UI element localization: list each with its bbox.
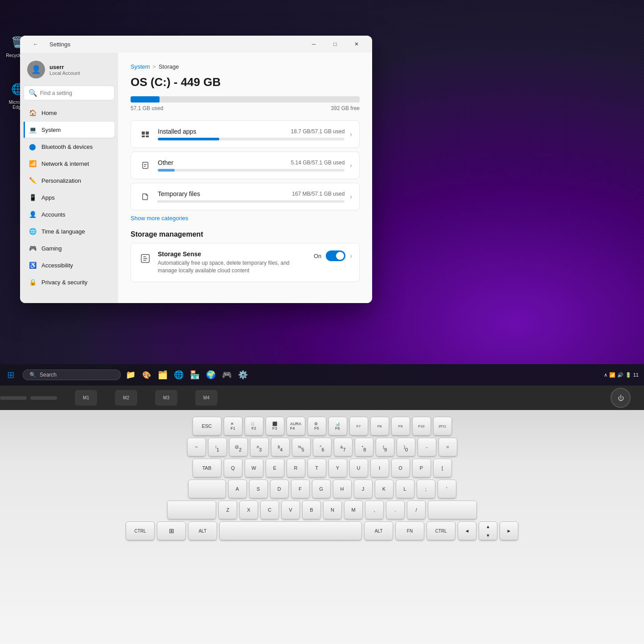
media-key-m1[interactable]: M1 [75, 390, 97, 406]
key-semicolon[interactable]: ; [417, 480, 435, 498]
key-1[interactable]: !1 [208, 438, 227, 456]
key-tilde[interactable]: ~ [187, 438, 206, 456]
storage-item-temp-files[interactable]: Temporary files 167 MB/57.1 GB used › [131, 183, 360, 210]
taskbar-app-folder[interactable]: 🗂️ [156, 368, 170, 382]
key-a[interactable]: A [228, 480, 247, 498]
key-f[interactable]: F [291, 480, 310, 498]
storage-sense-card[interactable]: Storage Sense Automatically free up spac… [131, 243, 360, 282]
key-i[interactable]: I [370, 459, 389, 477]
key-6[interactable]: ^6 [313, 438, 332, 456]
power-button[interactable]: ⏻ [611, 388, 631, 408]
sidebar-item-gaming[interactable]: 🎮 Gaming [24, 240, 115, 256]
key-minus[interactable]: - [418, 438, 436, 456]
key-j[interactable]: J [354, 480, 373, 498]
key-m[interactable]: M [344, 500, 363, 519]
key-slash[interactable]: / [407, 500, 426, 519]
key-win[interactable]: ⊞ [157, 521, 186, 540]
sidebar-item-time[interactable]: 🌐 Time & language [24, 223, 115, 239]
key-l[interactable]: L [396, 480, 414, 498]
key-z[interactable]: Z [218, 500, 237, 519]
key-equals[interactable]: = [439, 438, 457, 456]
key-v[interactable]: V [281, 500, 300, 519]
key-lshift[interactable] [167, 500, 216, 519]
key-down[interactable]: ▼ [486, 531, 490, 540]
key-f2[interactable]: □F2 [245, 417, 263, 435]
key-8[interactable]: *8 [355, 438, 373, 456]
key-4[interactable]: $4 [271, 438, 290, 456]
key-h[interactable]: H [333, 480, 352, 498]
key-f3[interactable]: ⬛F3 [266, 417, 284, 435]
key-w[interactable]: W [245, 459, 263, 477]
sidebar-item-bluetooth[interactable]: ⬤ Bluetooth & devices [24, 139, 115, 155]
key-e[interactable]: E [266, 459, 284, 477]
key-2[interactable]: @2 [229, 438, 248, 456]
key-f5[interactable]: ⚙F5 [308, 417, 326, 435]
taskbar-app-game[interactable]: 🎮 [220, 368, 234, 382]
key-r[interactable]: R [287, 459, 305, 477]
key-7[interactable]: &7 [334, 438, 353, 456]
key-quote[interactable]: ' [438, 480, 456, 498]
key-f6[interactable]: 📊F6 [328, 417, 347, 435]
search-setting-input[interactable] [40, 90, 110, 96]
key-u[interactable]: U [349, 459, 368, 477]
maximize-button[interactable]: □ [325, 37, 345, 51]
media-key-m2[interactable]: M2 [115, 390, 137, 406]
key-b[interactable]: B [302, 500, 321, 519]
taskbar-app-globe[interactable]: 🌍 [204, 368, 218, 382]
key-o[interactable]: O [391, 459, 410, 477]
key-ctrl-right[interactable]: CTRL [427, 521, 455, 540]
sidebar-item-apps[interactable]: 📱 Apps [24, 189, 115, 205]
taskbar-app-files[interactable]: 📁 [123, 368, 138, 382]
taskbar-chevron-icon[interactable]: ∧ [604, 372, 607, 378]
taskbar-app-settings[interactable]: ⚙️ [236, 368, 250, 382]
media-key-m3[interactable]: M3 [155, 390, 177, 406]
sidebar-item-system[interactable]: 💻 System [24, 122, 115, 138]
close-button[interactable]: ✕ [346, 37, 367, 51]
breadcrumb-parent[interactable]: System [131, 63, 150, 70]
search-setting-container[interactable]: 🔍 [24, 86, 115, 100]
key-capslock[interactable] [188, 480, 226, 498]
key-alt-right[interactable]: ALT [364, 521, 393, 540]
key-f1[interactable]: ✕F1 [224, 417, 242, 435]
key-rshift[interactable] [428, 500, 477, 519]
key-t[interactable]: T [308, 459, 326, 477]
key-c[interactable]: C [260, 500, 279, 519]
windows-start-button[interactable]: ⊞ [5, 368, 16, 382]
show-more-categories[interactable]: Show more categories [131, 215, 188, 222]
key-alt-left[interactable]: ALT [188, 521, 217, 540]
key-period[interactable]: . [386, 500, 405, 519]
key-tab[interactable]: TAB [193, 459, 222, 477]
key-fn[interactable]: FN [395, 521, 424, 540]
taskbar-app-color[interactable]: 🎨 [139, 368, 154, 382]
key-0[interactable]: )0 [397, 438, 415, 456]
key-esc[interactable]: ESC [193, 417, 222, 435]
taskbar-search-bar[interactable]: 🔍 Search [23, 369, 121, 380]
key-s[interactable]: S [249, 480, 268, 498]
sidebar-item-network[interactable]: 📶 Network & internet [24, 156, 115, 172]
key-f10[interactable]: F10 [412, 417, 431, 435]
sidebar-item-privacy[interactable]: 🔒 Privacy & security [24, 274, 115, 290]
media-key-m4[interactable]: M4 [195, 390, 217, 406]
key-comma[interactable]: , [365, 500, 384, 519]
key-d[interactable]: D [270, 480, 289, 498]
key-3[interactable]: #3 [250, 438, 269, 456]
back-button[interactable]: ← [25, 37, 46, 51]
key-q[interactable]: Q [224, 459, 242, 477]
key-y[interactable]: Y [328, 459, 347, 477]
sidebar-item-accounts[interactable]: 👤 Accounts [24, 206, 115, 222]
taskbar-app-edge[interactable]: 🌐 [172, 368, 186, 382]
key-f7[interactable]: F7 [349, 417, 368, 435]
key-f4[interactable]: AURAF4 [287, 417, 305, 435]
key-right[interactable]: ► [500, 521, 518, 540]
storage-item-other[interactable]: Other 5.14 GB/57.1 GB used › [131, 152, 360, 179]
key-g[interactable]: G [312, 480, 331, 498]
key-n[interactable]: N [323, 500, 342, 519]
key-p[interactable]: P [412, 459, 431, 477]
key-left[interactable]: ◄ [458, 521, 476, 540]
key-space[interactable] [219, 521, 362, 540]
key-f8[interactable]: F8 [370, 417, 389, 435]
key-9[interactable]: (9 [376, 438, 394, 456]
storage-item-installed-apps[interactable]: Installed apps 18.7 GB/57.1 GB used › [131, 120, 360, 148]
sidebar-item-personalization[interactable]: ✏️ Personalization [24, 172, 115, 189]
key-ctrl-left[interactable]: CTRL [126, 521, 155, 540]
